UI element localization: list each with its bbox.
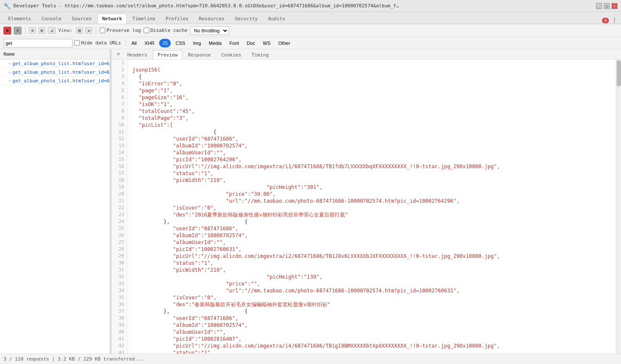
nav-tabs: Elements Console Sources Network Timelin… xyxy=(0,12,621,24)
line-content: "status":"1", xyxy=(128,260,616,267)
view-list2-button[interactable]: ▤ xyxy=(76,27,83,34)
filter-other[interactable]: Other xyxy=(275,39,293,47)
tab-sources[interactable]: Sources xyxy=(67,13,96,24)
toolbar-sep-1 xyxy=(25,27,25,34)
hide-data-urls-label[interactable]: Hide data URLs xyxy=(74,40,121,46)
tab-profiles[interactable]: Profiles xyxy=(161,13,193,24)
tab-network[interactable]: Network xyxy=(97,13,127,24)
filter-font[interactable]: Font xyxy=(226,39,242,47)
minimize-button[interactable]: _ xyxy=(596,3,602,9)
detail-tab-response[interactable]: Response xyxy=(183,50,216,59)
code-line: 33 "price":"", xyxy=(112,280,616,287)
line-content: "picList":[ xyxy=(128,122,616,129)
filter-all[interactable]: All xyxy=(129,39,140,47)
status-bar: 3 / 110 requests | 3.2 KB / 229 KB trans… xyxy=(0,354,621,364)
file-list-header: Name xyxy=(0,49,110,60)
code-line: 39 "albumId":"10000702574", xyxy=(112,322,616,329)
filter-doc[interactable]: Doc xyxy=(244,39,258,47)
filter-icon-button[interactable]: ⊿ xyxy=(48,27,56,34)
line-number: 22 xyxy=(112,204,128,211)
line-number: 23 xyxy=(112,211,128,218)
filter-media[interactable]: Media xyxy=(206,39,225,47)
line-number: 25 xyxy=(112,225,128,232)
line-content: { xyxy=(128,73,616,80)
tab-timeline[interactable]: Timeline xyxy=(128,13,160,24)
scrollbar-thumb[interactable] xyxy=(617,60,621,86)
line-number: 27 xyxy=(112,239,128,246)
line-content: "albumId":"10000702574", xyxy=(128,232,616,239)
code-line: 8 "totalCount":"45", xyxy=(112,108,616,115)
line-content: "picId":"10002760631", xyxy=(128,246,616,253)
line-content: "albumUserId":"", xyxy=(128,329,616,336)
filter-img[interactable]: Img xyxy=(190,39,204,47)
titlebar-title: Developer Tools - https://mm.taobao.com/… xyxy=(13,3,401,9)
line-number: 4 xyxy=(112,80,128,87)
file-item-2[interactable]: get_album_photo_list.htm?user_id=6874... xyxy=(0,68,110,77)
throttle-select[interactable]: No throttling xyxy=(190,26,229,35)
detail-tab-preview[interactable]: Preview xyxy=(153,50,182,59)
detail-tab-headers[interactable]: Headers xyxy=(122,50,152,59)
detail-tab-cookies[interactable]: Cookies xyxy=(216,50,246,59)
view-option-button[interactable]: ⇄ xyxy=(85,27,92,34)
filter-xhr[interactable]: XHR xyxy=(141,39,157,47)
disable-cache-checkbox[interactable] xyxy=(144,28,149,33)
line-number: 39 xyxy=(112,322,128,329)
scrollbar-track[interactable] xyxy=(616,60,621,354)
line-content: { xyxy=(128,129,616,135)
code-line: 17 "status":"1", xyxy=(112,170,616,177)
line-number: 7 xyxy=(112,101,128,108)
line-number: 6 xyxy=(112,94,128,101)
toolbar: ● ⊘ ≡ ⊞ ⊿ View: ▤ ⇄ Preserve log Disable… xyxy=(0,24,621,37)
code-line: 12 "userId":"687471686", xyxy=(112,135,616,142)
file-item-3[interactable]: get_album_photo_list.htm?user_id=6874... xyxy=(0,77,110,85)
search-input[interactable] xyxy=(3,39,72,47)
filter-css[interactable]: CSS xyxy=(172,39,188,47)
main-area: Name get_album_photo_list.htm?user_id=68… xyxy=(0,49,621,354)
line-number: 38 xyxy=(112,315,128,322)
line-content: "userId":"687471686", xyxy=(128,135,616,142)
more-icon[interactable]: ⋮ xyxy=(612,17,618,24)
line-content: "picUrl":"//img.alicdn.com/imgextra/i4/6… xyxy=(128,342,616,349)
line-number: 34 xyxy=(112,287,128,294)
tab-resources[interactable]: Resources xyxy=(194,13,229,24)
code-line: 25 "userId":"687471686", xyxy=(112,225,616,232)
view-list-button[interactable]: ≡ xyxy=(29,27,36,34)
disable-cache-label[interactable]: Disable cache xyxy=(144,28,188,33)
detail-close-button[interactable]: × xyxy=(114,49,122,59)
line-number: 31 xyxy=(112,267,128,273)
code-line: 5 "page":"1", xyxy=(112,87,616,94)
hide-data-urls-checkbox[interactable] xyxy=(74,40,80,46)
view-grid-button[interactable]: ⊞ xyxy=(38,27,45,34)
line-content: "isCover":"0", xyxy=(128,204,616,211)
record-button[interactable]: ● xyxy=(3,27,11,35)
filter-ws[interactable]: WS xyxy=(260,39,274,47)
code-line: 35 "isCover":"0", xyxy=(112,294,616,301)
code-line: 38 "userId":"687471686", xyxy=(112,315,616,322)
preserve-log-checkbox[interactable] xyxy=(100,28,105,33)
filter-js[interactable]: JS xyxy=(159,39,171,47)
tab-elements[interactable]: Elements xyxy=(3,13,36,24)
code-line: 11 { xyxy=(112,129,616,135)
name-column-label: Name xyxy=(3,51,15,57)
file-item-1[interactable]: get_album_photo_list.htm?user_id=6874... xyxy=(0,60,110,68)
code-viewer[interactable]: 12jsonp156(3 {4 "isError":"0",5 "page":"… xyxy=(112,60,616,354)
code-line: 7 "isOK":"1", xyxy=(112,101,616,108)
line-content: "price":"", xyxy=(128,280,616,287)
preserve-log-label[interactable]: Preserve log xyxy=(100,28,141,33)
tab-console[interactable]: Console xyxy=(37,13,66,24)
close-button[interactable]: × xyxy=(612,3,618,9)
tab-security[interactable]: Security xyxy=(230,13,263,24)
line-content: }, { xyxy=(128,308,616,315)
code-line: 6 "pageSize":"16", xyxy=(112,94,616,101)
filter-bar: Hide data URLs All XHR JS CSS Img Media … xyxy=(0,37,621,49)
detail-tabs: × Headers Preview Response Cookies Timin… xyxy=(112,49,621,60)
maximize-button[interactable]: □ xyxy=(604,3,610,9)
tab-audits[interactable]: Audits xyxy=(263,13,290,24)
detail-tab-timing[interactable]: Timing xyxy=(247,50,273,59)
line-number: 43 xyxy=(112,349,128,354)
line-content: "isError":"0", xyxy=(128,80,616,87)
filter-sep xyxy=(125,40,126,47)
line-number: 3 xyxy=(112,73,128,80)
clear-button[interactable]: ⊘ xyxy=(14,27,22,35)
line-content: "totalCount":"45", xyxy=(128,108,616,115)
